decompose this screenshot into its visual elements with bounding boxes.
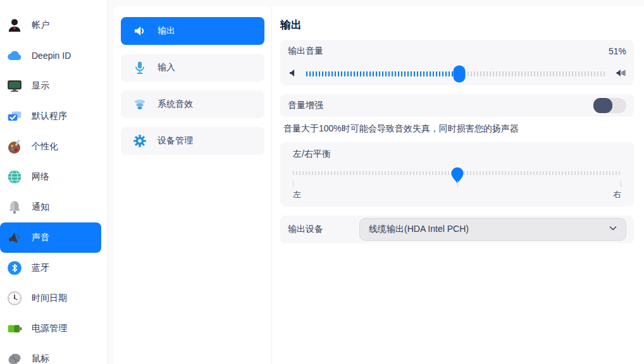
output-device-value: 线缆输出(HDA Intel PCH) <box>369 224 608 235</box>
sidebar-item-label: 显示 <box>32 80 49 92</box>
balance-tick-marks <box>293 181 621 188</box>
output-volume-slider-handle[interactable] <box>454 66 466 83</box>
subnav-content-divider <box>271 6 272 364</box>
default-apps-icon <box>6 107 23 125</box>
sidebar-item-label: 时间日期 <box>32 293 67 304</box>
sidebar-item-label: 通知 <box>32 202 49 213</box>
sidebar-item-label: 电源管理 <box>32 323 67 334</box>
sidebar-item-personalization[interactable]: 个性化 <box>0 131 101 162</box>
subnav-item-device-manager[interactable]: 设备管理 <box>121 127 264 155</box>
balance-label: 左/右平衡 <box>293 149 621 160</box>
sidebar-item-display[interactable]: 显示 <box>0 71 101 101</box>
sidebar-item-label: 声音 <box>32 232 49 243</box>
sidebar-item-sound[interactable]: 声音 <box>0 222 101 253</box>
personalization-icon <box>6 138 23 155</box>
display-icon <box>6 77 23 95</box>
balance-left-label: 左 <box>293 189 301 200</box>
sidebar-item-label: 帐户 <box>32 20 49 31</box>
gear-icon <box>132 133 147 149</box>
microphone-icon <box>132 60 147 75</box>
sidebar-item-label: 鼠标 <box>32 353 49 364</box>
page-background: 输出 输入 系统音效 <box>109 0 644 364</box>
sidebar: 帐户 Deepin ID 显示 默认程序 个性化 <box>0 0 108 364</box>
sidebar-item-power[interactable]: 电源管理 <box>0 313 101 344</box>
subnav-item-output[interactable]: 输出 <box>121 17 264 45</box>
sidebar-item-label: 网络 <box>32 171 49 183</box>
sidebar-item-label: 默认程序 <box>32 111 67 122</box>
balance-right-label: 右 <box>613 189 621 200</box>
page-title: 输出 <box>280 18 634 32</box>
sidebar-item-datetime[interactable]: 时间日期 <box>0 283 101 313</box>
sidebar-item-network[interactable]: 网络 <box>0 162 101 192</box>
notification-bell-icon <box>6 198 23 216</box>
cloud-icon <box>6 47 23 64</box>
output-volume-value: 51% <box>609 46 626 56</box>
output-volume-slider[interactable] <box>306 71 607 76</box>
subnav-item-label: 输出 <box>158 25 175 37</box>
balance-tick-right <box>621 181 621 187</box>
mouse-icon <box>6 350 23 364</box>
network-globe-icon <box>6 168 23 186</box>
volume-boost-toggle-knob <box>593 98 612 113</box>
subnav-item-label: 设备管理 <box>158 135 193 147</box>
output-device-label: 输出设备 <box>288 224 359 235</box>
sidebar-item-label: 个性化 <box>32 141 58 152</box>
balance-card: 左/右平衡 左 右 <box>280 142 634 207</box>
sidebar-item-accounts[interactable]: 帐户 <box>0 10 101 40</box>
subnav-item-input[interactable]: 输入 <box>121 54 264 82</box>
subnav-item-system-sound[interactable]: 系统音效 <box>121 90 264 118</box>
sound-speaker-icon <box>6 229 23 246</box>
output-volume-slider-fill <box>306 71 459 76</box>
sidebar-item-bluetooth[interactable]: 蓝牙 <box>0 253 101 283</box>
output-device-select[interactable]: 线缆输出(HDA Intel PCH) <box>359 218 626 241</box>
account-icon <box>6 16 23 34</box>
subnav-item-label: 系统音效 <box>158 99 193 110</box>
output-settings-content: 输出 输出音量 51% <box>280 6 634 243</box>
chevron-down-icon <box>608 223 618 236</box>
control-center-window: 帐户 Deepin ID 显示 默认程序 个性化 <box>0 0 644 364</box>
sound-subnav: 输出 输入 系统音效 <box>121 17 264 164</box>
output-device-card: 输出设备 线缆输出(HDA Intel PCH) <box>280 215 634 243</box>
sidebar-item-deepin-id[interactable]: Deepin ID <box>0 40 101 71</box>
volume-high-icon <box>616 68 626 80</box>
sidebar-item-default-apps[interactable]: 默认程序 <box>0 101 101 131</box>
clock-icon <box>6 289 23 307</box>
output-volume-card: 输出音量 51% <box>280 40 634 85</box>
volume-boost-label: 音量增强 <box>288 100 323 111</box>
sound-settings-panel: 输出 输入 系统音效 <box>113 6 644 364</box>
balance-tick-center <box>457 181 458 187</box>
output-volume-label: 输出音量 <box>288 46 323 57</box>
sidebar-item-label: Deepin ID <box>32 51 71 61</box>
balance-tick-left <box>293 181 294 187</box>
volume-low-icon <box>288 68 297 80</box>
subnav-item-label: 输入 <box>158 62 175 73</box>
battery-icon <box>6 320 23 337</box>
volume-boost-card: 音量增强 <box>280 94 634 117</box>
sidebar-item-notifications[interactable]: 通知 <box>0 192 101 222</box>
volume-boost-toggle[interactable] <box>593 98 626 113</box>
bluetooth-icon <box>6 259 23 277</box>
volume-boost-warning: 音量大于100%时可能会导致音效失真，同时损害您的扬声器 <box>283 122 634 135</box>
speaker-output-icon <box>132 23 147 39</box>
sidebar-item-mouse[interactable]: 鼠标 <box>0 344 101 364</box>
system-sound-icon <box>132 97 147 112</box>
sidebar-item-label: 蓝牙 <box>32 262 49 274</box>
